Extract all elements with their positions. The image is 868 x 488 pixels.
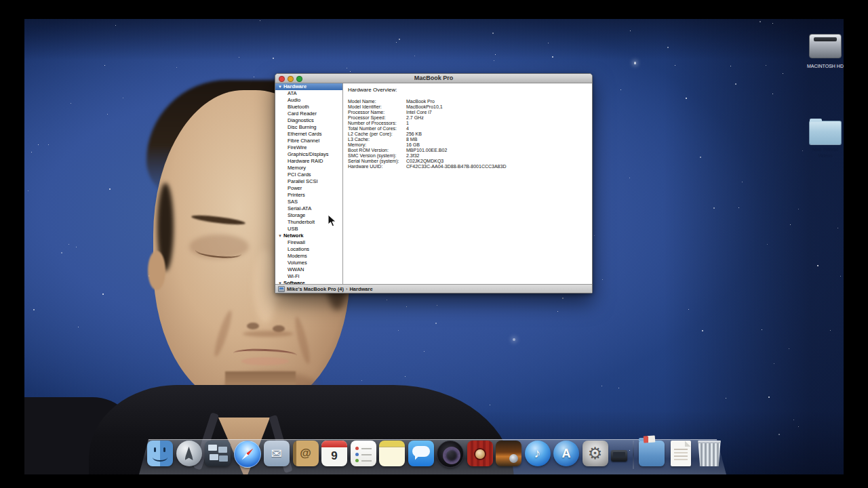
statusbar-computer-name: Mike's MacBook Pro (4) <box>287 286 344 292</box>
dock-app-store-icon[interactable] <box>553 441 579 466</box>
detail-row: Number of Processors:1 <box>348 121 592 126</box>
sidebar-section-hardware[interactable]: ▼Hardware <box>275 83 342 90</box>
sidebar-item-card-reader[interactable]: Card Reader <box>275 110 342 117</box>
detail-label: Boot ROM Version: <box>348 148 406 153</box>
sidebar-item-graphics-displays[interactable]: Graphics/Displays <box>275 151 342 158</box>
system-information-window: MacBook Pro ▼HardwareATAAudioBluetoothCa… <box>275 73 593 293</box>
detail-value: 2.7 GHz <box>406 115 424 121</box>
dock-photo-booth-icon[interactable] <box>467 441 493 466</box>
hard-drive-icon <box>809 34 842 58</box>
sidebar-item-audio[interactable]: Audio <box>275 97 342 104</box>
sidebar-item-diagnostics[interactable]: Diagnostics <box>275 117 342 124</box>
detail-label: Processor Name: <box>348 110 406 115</box>
dock-messages-icon[interactable] <box>408 441 434 466</box>
detail-value: 1 <box>406 121 409 126</box>
dock-system-preferences-icon[interactable] <box>583 441 608 466</box>
detail-row: Processor Name:Intel Core i7 <box>348 110 592 115</box>
sidebar-item-fibre-channel[interactable]: Fibre Channel <box>275 138 342 144</box>
dock-contacts-icon[interactable] <box>293 441 319 466</box>
sidebar-item-wwan[interactable]: WWAN <box>275 266 342 273</box>
dock: 9 <box>139 439 726 474</box>
detail-label: Model Name: <box>348 99 406 104</box>
detail-row: L2 Cache (per Core):256 KB <box>348 131 592 137</box>
dock-items: 9 <box>147 441 722 469</box>
detail-row: SMC Version (system):2.3f32 <box>348 153 592 159</box>
sidebar-section-network[interactable]: ▼Network <box>275 232 342 239</box>
sidebar-list: ▼HardwareATAAudioBluetoothCard ReaderDia… <box>275 83 343 285</box>
detail-label: Memory: <box>348 142 406 148</box>
hardware-overview-pane: Hardware Overview: Model Name:MacBook Pr… <box>343 83 592 285</box>
detail-row: Hardware UUID:CF42C33C-AA04-3D88-B47B-80… <box>348 164 592 169</box>
mouse-cursor <box>328 214 336 227</box>
sidebar-item-locations[interactable]: Locations <box>275 246 342 253</box>
dock-aperture-icon[interactable] <box>437 441 464 468</box>
dock-finder-icon[interactable] <box>147 441 173 466</box>
window-titlebar[interactable]: MacBook Pro <box>275 74 592 83</box>
detail-value: MacBook Pro <box>406 99 435 104</box>
sidebar-item-modems[interactable]: Modems <box>275 253 342 260</box>
person-ear <box>148 251 165 290</box>
sidebar-item-hardware-raid[interactable]: Hardware RAID <box>275 158 342 165</box>
dock-safari-icon[interactable] <box>234 441 261 468</box>
person-lip <box>241 357 289 365</box>
sidebar-item-sas[interactable]: SAS <box>275 199 342 205</box>
dock-notes-icon[interactable] <box>379 441 405 466</box>
overview-title: Hardware Overview: <box>348 87 592 93</box>
dock-system-information-icon[interactable] <box>611 450 627 462</box>
sidebar-item-pci-cards[interactable]: PCI Cards <box>275 171 342 178</box>
desktop-icon-macintosh-hd[interactable]: MACINTOSH HD <box>795 34 844 70</box>
sidebar-item-ata[interactable]: ATA <box>275 90 342 97</box>
desktop: MACINTOSH HD Mac Tutorial Videos MacBook… <box>24 19 844 474</box>
detail-value: CF42C33C-AA04-3D88-B47B-8001CCC3A83D <box>406 164 506 169</box>
detail-row: Model Name:MacBook Pro <box>348 99 592 104</box>
sidebar-item-parallel-scsi[interactable]: Parallel SCSI <box>275 178 342 185</box>
detail-label: Model Identifier: <box>348 104 406 110</box>
detail-value: 4 <box>406 126 409 131</box>
detail-row: Memory:16 GB <box>348 142 592 148</box>
detail-row: Model Identifier:MacBookPro10,1 <box>348 104 592 110</box>
dock-downloads-folder-icon[interactable] <box>639 441 665 466</box>
folder-icon <box>809 121 842 145</box>
computer-icon <box>278 286 285 292</box>
dock-divider <box>633 441 634 469</box>
detail-rows: Model Name:MacBook ProModel Identifier:M… <box>348 99 592 169</box>
dock-iphoto-icon[interactable] <box>496 441 521 466</box>
detail-label: Serial Number (system): <box>348 159 406 164</box>
detail-label: L2 Cache (per Core): <box>348 131 406 137</box>
detail-label: Number of Processors: <box>348 121 406 126</box>
person-nose <box>254 249 277 324</box>
dock-trash-icon[interactable] <box>696 441 722 466</box>
sidebar-item-serial-ata[interactable]: Serial-ATA <box>275 205 342 212</box>
calendar-day-number: 9 <box>321 448 347 464</box>
sidebar-item-firewire[interactable]: FireWire <box>275 144 342 151</box>
disclosure-triangle-icon: ▼ <box>278 234 282 238</box>
dock-launchpad-icon[interactable] <box>176 441 202 466</box>
dock-mail-icon[interactable] <box>264 441 290 466</box>
detail-row: Total Number of Cores:4 <box>348 126 592 131</box>
sidebar-item-memory[interactable]: Memory <box>275 165 342 171</box>
window-title: MacBook Pro <box>275 75 592 81</box>
sidebar-item-wi-fi[interactable]: Wi-Fi <box>275 273 342 280</box>
detail-label: Hardware UUID: <box>348 164 406 169</box>
sidebar-item-ethernet-cards[interactable]: Ethernet Cards <box>275 131 342 138</box>
detail-label: SMC Version (system): <box>348 153 406 159</box>
detail-row: L3 Cache:8 MB <box>348 137 592 142</box>
sidebar-item-volumes[interactable]: Volumes <box>275 260 342 266</box>
disclosure-triangle-icon: ▼ <box>278 85 282 89</box>
sidebar-item-disc-burning[interactable]: Disc Burning <box>275 124 342 131</box>
sidebar-item-power[interactable]: Power <box>275 185 342 192</box>
dock-itunes-icon[interactable] <box>525 441 551 466</box>
sidebar-item-bluetooth[interactable]: Bluetooth <box>275 104 342 110</box>
dock-calendar-icon[interactable]: 9 <box>321 441 347 466</box>
folder-label: Mac Tutorial Videos <box>795 146 844 159</box>
dock-mission-control-icon[interactable] <box>205 441 231 466</box>
dock-documents-icon[interactable] <box>671 441 691 466</box>
sidebar-item-printers[interactable]: Printers <box>275 192 342 199</box>
sidebar-item-firewall[interactable]: Firewall <box>275 239 342 246</box>
desktop-icon-folder[interactable]: Mac Tutorial Videos <box>795 121 844 159</box>
detail-value: 16 GB <box>406 142 420 148</box>
dock-reminders-icon[interactable] <box>351 441 376 466</box>
detail-value: MacBookPro10,1 <box>406 104 443 110</box>
hard-drive-label: MACINTOSH HD <box>804 63 844 69</box>
detail-label: L3 Cache: <box>348 137 406 142</box>
